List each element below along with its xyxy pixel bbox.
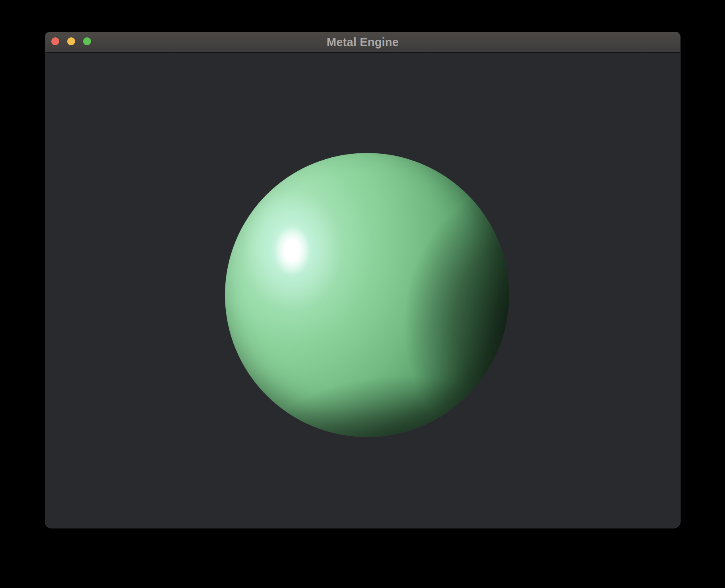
minimize-button[interactable]	[67, 37, 75, 45]
window-title: Metal Engine	[327, 36, 399, 49]
titlebar[interactable]: Metal Engine	[45, 32, 680, 53]
traffic-lights	[51, 37, 91, 45]
rendered-sphere	[225, 153, 509, 437]
close-button[interactable]	[51, 37, 59, 45]
zoom-button[interactable]	[83, 37, 91, 45]
metal-render-viewport[interactable]	[45, 53, 680, 528]
app-window: Metal Engine	[45, 32, 680, 528]
